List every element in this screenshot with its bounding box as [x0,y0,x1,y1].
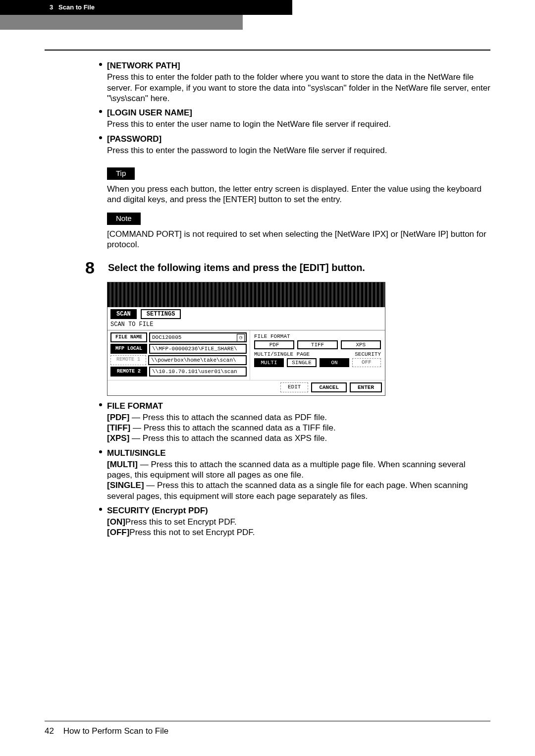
device-screenshot: SCAN SETTINGS SCAN TO FILE FILE NAME DOC… [107,282,385,396]
bullet-icon [99,136,102,139]
single-text: — Press this to attach the scanned data … [107,481,468,500]
security-off-button[interactable]: OFF [352,358,381,367]
section-title: FILE FORMAT [107,401,163,411]
note-label: Note [107,213,141,225]
clock-icon[interactable]: ◷ [237,334,245,342]
on-text: Press this to set Encrypt PDF. [125,517,237,527]
item-body: Press this to enter the user name to log… [107,119,490,129]
val-file-name-text: DOC120805 [152,334,181,340]
bullet-icon [99,110,102,113]
format-xps-button[interactable]: XPS [341,340,381,349]
val-remote1[interactable]: \\powerbox\home\take\scan\ [148,355,247,365]
multi-single-label: MULTI/SINGLE PAGE [254,351,310,357]
screen-topbar [107,282,385,307]
off-text: Press this not to set Encrypt PDF. [129,528,255,537]
footer-text: How to Perform Scan to File [63,726,169,736]
key-file-name[interactable]: FILE NAME [110,332,147,342]
pdf-text: — Press this to attach the scanned data … [129,413,327,422]
bullet-icon [99,450,102,453]
chapter-number: 3 [50,3,53,11]
xps-text: — Press this to attach the scanned data … [129,433,327,443]
pdf-label: [PDF] [107,413,129,422]
tip-body: When you press each button, the letter e… [107,184,490,205]
item-body: Press this to enter the folder path to t… [107,72,490,104]
section-file-format: FILE FORMAT [PDF] — Press this to attach… [107,401,490,444]
page-header: 3 Scan to File [0,0,292,15]
format-pdf-button[interactable]: PDF [254,340,294,349]
section-title: MULTI/SINGLE [107,448,166,458]
tab-scan[interactable]: SCAN [110,309,137,319]
bullet-icon [99,403,102,406]
item-body: Press this to enter the password to logi… [107,145,490,156]
key-remote1[interactable]: REMOTE 1 [110,355,146,365]
key-remote2[interactable]: REMOTE 2 [110,367,147,377]
multi-button[interactable]: MULTI [254,358,284,367]
edit-button[interactable]: EDIT [280,382,308,392]
single-label: [SINGLE] [107,481,144,490]
section-title: SECURITY (Encrypt PDF) [107,506,208,515]
item-network-path: [NETWORK PATH] Press this to enter the f… [107,60,490,104]
bullet-icon [99,508,102,511]
tiff-label: [TIFF] [107,423,130,432]
page-footer: 42 How to Perform Scan to File [45,721,490,736]
section-multi-single: MULTI/SINGLE [MULTI] — Press this to att… [107,448,490,501]
multi-text: — Press this to attach the scanned data … [107,460,465,480]
bullet-icon [99,63,102,66]
header-accent [0,15,243,30]
on-label: [ON] [107,517,125,527]
single-button[interactable]: SINGLE [287,358,317,367]
file-format-label: FILE FORMAT [254,333,381,339]
item-login-user-name: [LOGIN USER NAME] Press this to enter th… [107,108,490,130]
item-title: [PASSWORD] [107,134,161,144]
val-mfp-local[interactable]: \\MFP-00000236\FILE_SHARE\ [149,344,247,354]
page-number: 42 [45,726,54,736]
chapter-title: Scan to File [58,3,95,11]
tip-label: Tip [107,167,135,180]
tab-settings[interactable]: SETTINGS [141,309,181,319]
step-number: 8 [85,259,103,276]
multi-label: [MULTI] [107,460,138,469]
note-body: [COMMAND PORT] is not required to set wh… [107,229,490,250]
item-title: [LOGIN USER NAME] [107,108,192,117]
cancel-button[interactable]: CANCEL [311,382,347,392]
section-security: SECURITY (Encrypt PDF) [ON]Press this to… [107,505,490,538]
item-title: [NETWORK PATH] [107,61,180,70]
item-password: [PASSWORD] Press this to enter the passw… [107,134,490,156]
security-on-button[interactable]: ON [320,358,349,367]
xps-label: [XPS] [107,433,129,443]
val-file-name[interactable]: DOC120805 ◷ [149,332,247,342]
screen-subtitle: SCAN TO FILE [107,320,385,330]
step-title: Select the following items and press the… [108,259,365,273]
enter-button[interactable]: ENTER [350,382,382,392]
off-label: [OFF] [107,528,129,537]
tiff-text: — Press this to attach the scanned data … [130,423,336,432]
val-remote2[interactable]: \\10.10.70.101\user01\scan [149,367,247,377]
security-label: SECURITY [355,351,381,357]
key-mfp-local[interactable]: MFP LOCAL [110,344,147,354]
format-tiff-button[interactable]: TIFF [297,340,337,349]
